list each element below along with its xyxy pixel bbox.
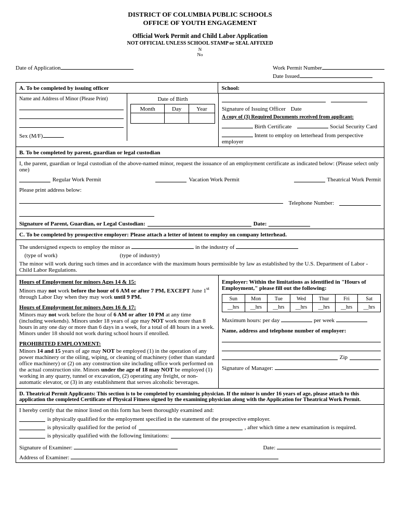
ssn-check[interactable] bbox=[297, 122, 328, 128]
top-fields: Date of Application Work Permit Number D… bbox=[16, 62, 384, 79]
intent-check[interactable] bbox=[222, 130, 253, 137]
date-examiner-input[interactable] bbox=[277, 443, 381, 449]
parent-sig-label: Signature of Parent, Guardian, or Legal … bbox=[19, 220, 145, 227]
sig-date-input[interactable] bbox=[331, 96, 367, 102]
employer-city-input[interactable] bbox=[222, 353, 338, 360]
hrs-fri[interactable]: __hrs bbox=[335, 303, 358, 312]
address-line[interactable] bbox=[19, 197, 283, 204]
hrs-mon[interactable]: __hrs bbox=[245, 303, 268, 312]
section-d-content: I hereby certify that the minor listed o… bbox=[16, 404, 384, 462]
section-d-period-input[interactable] bbox=[139, 423, 243, 430]
section-a-content-row: Name and Address of Minor (Please Print)… bbox=[16, 94, 384, 147]
date-of-application-input[interactable] bbox=[61, 62, 134, 70]
in-industry-of-label: in the industry of bbox=[195, 244, 234, 250]
work-permit-number-input[interactable] bbox=[322, 62, 384, 70]
parent-date-input[interactable] bbox=[269, 220, 310, 227]
left-hours-section: Hours of Employment for minors Ages 14 &… bbox=[16, 275, 218, 388]
sig-examiner-group: Signature of Examiner: bbox=[19, 443, 252, 450]
employ-minor-as-input[interactable] bbox=[131, 242, 194, 249]
hrs-thur[interactable]: __hrs bbox=[313, 303, 336, 312]
section-d-limitations-input[interactable] bbox=[171, 432, 381, 438]
hrs-tue[interactable]: __hrs bbox=[268, 303, 290, 312]
prohibited-header: PROHIBITED EMPLOYMENT: bbox=[19, 340, 101, 347]
hrs-sun[interactable]: __hrs bbox=[222, 303, 245, 312]
telephone-label: Telephone Number: bbox=[288, 200, 334, 206]
header-stamp: NNo bbox=[16, 47, 384, 57]
birth-cert-check[interactable] bbox=[222, 122, 253, 128]
section-a-header: A. To be completed by issuing officer bbox=[19, 85, 109, 91]
section-d-check2[interactable] bbox=[19, 423, 45, 430]
hrs-sat[interactable]: __hrs bbox=[358, 303, 381, 312]
name-line-3[interactable] bbox=[19, 121, 124, 128]
address-examiner-input[interactable] bbox=[71, 453, 278, 459]
telephone-input[interactable] bbox=[339, 199, 381, 206]
section-b-text1: I, the parent, guardian or legal custodi… bbox=[19, 160, 381, 172]
name-line-2[interactable] bbox=[19, 112, 124, 119]
section-c-header: C. To be completed by prospective employ… bbox=[16, 229, 384, 240]
date-issued-input[interactable] bbox=[300, 71, 372, 78]
section-d-line2: is physically qualified for the period o… bbox=[19, 423, 381, 430]
max-hours-per-week[interactable] bbox=[336, 315, 367, 322]
type-of-industry-label: (type of industry) bbox=[120, 252, 160, 258]
day-input[interactable] bbox=[165, 113, 189, 124]
hours-16-17-header: Hours of Employment for minors Ages 16 &… bbox=[19, 304, 136, 310]
max-hours-per-day[interactable] bbox=[281, 315, 312, 322]
sig-line[interactable] bbox=[19, 210, 154, 217]
section-c-content: The undersigned expects to employ the mi… bbox=[16, 240, 384, 275]
sig-examiner-label: Signature of Examiner: bbox=[19, 444, 73, 450]
day-wed: Wed bbox=[290, 295, 313, 303]
address-examiner-label: Address of Examiner: bbox=[19, 454, 70, 460]
theatrical-permit-check[interactable] bbox=[294, 176, 325, 182]
school-label: School: bbox=[221, 85, 239, 91]
sig-manager-label: Signature of Manager: bbox=[222, 365, 273, 371]
day-tue: Tue bbox=[268, 295, 290, 303]
employer-name-line1[interactable] bbox=[222, 336, 381, 342]
parent-sig-input[interactable] bbox=[148, 220, 251, 227]
max-hours-label: Maximum hours: per day bbox=[222, 317, 280, 323]
section-b-header: B. To be completed by parent, guardian o… bbox=[16, 147, 384, 158]
employer-name-line2[interactable] bbox=[222, 344, 381, 351]
page-header: DISTRICT OF COLUMBIA PUBLIC SCHOOLS OFFI… bbox=[16, 10, 384, 57]
parent-date-label: Date: bbox=[254, 220, 267, 227]
prohibited-text: Minors 14 and 15 years of age may NOT be… bbox=[19, 348, 215, 385]
section-d-check3[interactable] bbox=[19, 432, 45, 438]
sex-input[interactable] bbox=[43, 131, 64, 138]
section-a-row: A. To be completed by issuing officer Sc… bbox=[16, 83, 384, 94]
sig-officer-input[interactable] bbox=[222, 96, 326, 102]
month-input[interactable] bbox=[130, 113, 164, 124]
section-d-content-row: I hereby certify that the minor listed o… bbox=[16, 404, 384, 462]
sig-officer-label: Signature of Issuing Officer bbox=[222, 105, 286, 112]
section-b-content: I, the parent, guardian or legal custodi… bbox=[16, 158, 384, 229]
year-input[interactable] bbox=[189, 113, 215, 124]
section-d-line3: is physically qualified with the followi… bbox=[19, 432, 381, 438]
name-line-1[interactable] bbox=[19, 103, 124, 110]
section-b-header-row: B. To be completed by parent, guardian o… bbox=[16, 147, 384, 158]
header-line1: DISTRICT OF COLUMBIA PUBLIC SCHOOLS bbox=[16, 10, 384, 19]
day-header: Day bbox=[165, 104, 189, 113]
employer-zip-input[interactable] bbox=[350, 353, 381, 360]
print-address-label: Please print address below: bbox=[19, 187, 381, 193]
type-of-work-label: (type of work) bbox=[24, 252, 58, 258]
section-d-line3-label: is physically qualified with the followi… bbox=[47, 432, 169, 438]
zip-label: Zip bbox=[340, 354, 348, 360]
vacation-permit-label: Vacation Work Permit bbox=[189, 176, 239, 182]
date-issued-field: Date Issued bbox=[273, 71, 372, 79]
section-d-header: D. Theatrical Permit Applicants: This se… bbox=[16, 388, 384, 404]
date-of-application-field: Date of Application bbox=[16, 62, 134, 79]
bottom-two-col-row: Hours of Employment for minors Ages 14 &… bbox=[16, 275, 384, 389]
section-d-line2-label: is physically qualified for the period o… bbox=[47, 424, 137, 430]
industry-input[interactable] bbox=[236, 242, 298, 249]
hrs-wed[interactable]: __hrs bbox=[290, 303, 313, 312]
sig-manager-input[interactable] bbox=[275, 363, 379, 370]
year-header: Year bbox=[189, 104, 215, 113]
date-of-application-label: Date of Application bbox=[16, 64, 61, 71]
vacation-permit-check[interactable] bbox=[155, 176, 186, 182]
section-d-line2b-text: , after which time a new examination is … bbox=[245, 424, 357, 430]
section-d-header-text: D. Theatrical Permit Applicants: This se… bbox=[19, 391, 361, 402]
work-permit-number-field: Work Permit Number bbox=[273, 62, 384, 71]
section-d-check1[interactable] bbox=[19, 415, 45, 422]
day-fri: Fri bbox=[335, 295, 358, 303]
sig-examiner-input[interactable] bbox=[74, 443, 178, 449]
regular-permit-check[interactable] bbox=[19, 176, 50, 182]
section-b-content-row: I, the parent, guardian or legal custodi… bbox=[16, 158, 384, 229]
